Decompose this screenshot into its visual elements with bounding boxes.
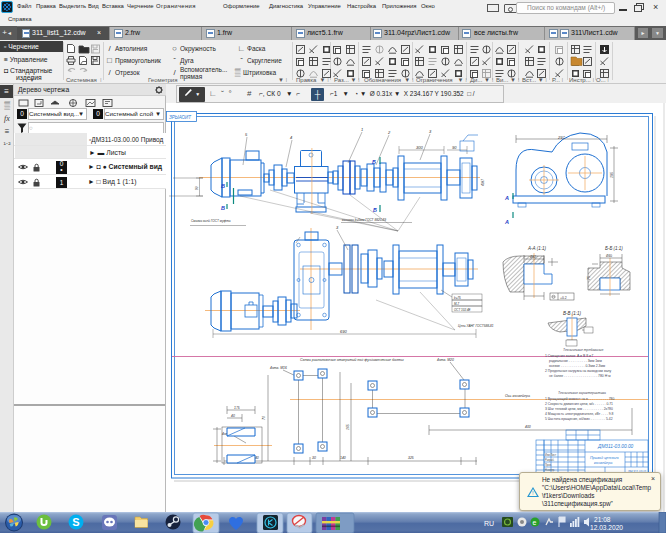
svg-text:Пров.: Пров. — [545, 463, 552, 467]
svg-text:195: 195 — [610, 172, 614, 178]
svg-text:4 Мощность электродвигателя, к: 4 Мощность электродвигателя, кВт . . . .… — [545, 412, 613, 416]
svg-text:1 Смещения валов: А и В: 1 Смещения валов: А и В 8 и Г — [545, 354, 594, 358]
svg-text:конвейера: конвейера — [594, 461, 612, 465]
svg-text:Ось конвейера: Ось конвейера — [505, 394, 530, 398]
svg-text:Смазка осей ГОСТ муфта: Смазка осей ГОСТ муфта — [191, 219, 231, 223]
svg-text:Цепь УАНГ ГОСТ588-81: Цепь УАНГ ГОСТ588-81 — [458, 324, 494, 328]
svg-text:S: S — [72, 516, 79, 528]
svg-text:e: e — [533, 519, 537, 526]
svg-text:Техническая характеристика: Техническая характеристика — [558, 391, 606, 395]
svg-text:А: А — [504, 195, 509, 201]
svg-text:12.03.2020: 12.03.2020 — [590, 524, 623, 531]
svg-text:175: 175 — [234, 406, 240, 410]
svg-text:+0.2: +0.2 — [560, 296, 567, 300]
svg-text:75: 75 — [587, 276, 591, 280]
svg-text:Б: Б — [372, 159, 376, 165]
svg-text:165: 165 — [346, 424, 350, 430]
svg-text:Б: Б — [373, 207, 377, 213]
svg-text:297: 297 — [557, 135, 565, 140]
svg-text:40h7: 40h7 — [481, 179, 485, 186]
svg-text:30: 30 — [312, 456, 316, 460]
svg-text:690: 690 — [340, 329, 347, 334]
svg-text:b=75: b=75 — [454, 296, 461, 300]
svg-text:Ø42: Ø42 — [530, 255, 536, 259]
svg-text:400: 400 — [525, 425, 531, 429]
svg-text:Н.контр.: Н.контр. — [545, 468, 555, 472]
svg-text:1: 1 — [361, 127, 363, 132]
svg-text:5 Частота вращения, об/мин . .: 5 Частота вращения, об/мин . . . . . . .… — [545, 417, 613, 421]
svg-text:2 Предельная нагрузка на выход: 2 Предельная нагрузка на выходном валу — [545, 369, 612, 373]
svg-text:3: 3 — [429, 129, 432, 134]
svg-text:4: 4 — [290, 135, 293, 140]
svg-text:70: 70 — [262, 416, 266, 420]
svg-text:3 Шаг тяговой цепи, мм . . . .: 3 Шаг тяговой цепи, мм . . . . . . . . .… — [545, 407, 613, 411]
svg-text:ЗРЫАОИТ: ЗРЫАОИТ — [169, 115, 192, 120]
svg-text:300: 300 — [416, 145, 423, 150]
svg-text:В: В — [221, 183, 225, 189]
svg-text:2 Скорость движения цепи, м/с: 2 Скорость движения цепи, м/с . . . . . … — [545, 402, 613, 406]
svg-text:В: В — [221, 205, 225, 211]
svg-text:осевое . . . . . . . . . . . .: осевое . . . . . . . . . . . . . 0.3мм 2… — [549, 364, 606, 368]
svg-text:5: 5 — [245, 132, 248, 137]
svg-text:325: 325 — [408, 456, 414, 460]
svg-text:Схема расположения отверстий п: Схема расположения отверстий под фундаме… — [300, 358, 404, 362]
svg-text:21:08: 21:08 — [594, 516, 611, 523]
svg-text:ДМ311-03.00.00: ДМ311-03.00.00 — [597, 444, 634, 449]
svg-text:А-А (1:1): А-А (1:1) — [527, 246, 547, 251]
svg-text:канавка b=5мм ГОСТ 8820-69: канавка b=5мм ГОСТ 8820-69 — [342, 218, 386, 222]
svg-text:90: 90 — [452, 145, 457, 150]
svg-text:ОСТ 102.4Е: ОСТ 102.4Е — [454, 308, 472, 312]
svg-text:Изм Лист: Изм Лист — [545, 453, 557, 457]
svg-text:А: А — [504, 219, 509, 225]
svg-text:2: 2 — [387, 130, 391, 135]
svg-text:4отв. М20: 4отв. М20 — [437, 358, 454, 362]
svg-text:не более . . . . . . . . . . .: не более . . . . . . . . . . . . . . . .… — [549, 374, 611, 378]
svg-text:Привод цепного: Привод цепного — [590, 456, 619, 460]
svg-text:3: 3 — [336, 225, 339, 230]
svg-text:Ø40: Ø40 — [606, 254, 612, 258]
svg-text:Технические требования: Технические требования — [563, 348, 603, 352]
svg-text:Разраб.: Разраб. — [545, 458, 555, 462]
svg-text:радиальное . . . . . . . . . .: радиальное . . . . . . . . . . 3мм 1мм — [549, 359, 602, 363]
svg-text:1 Вращающий момент на в. . . .: 1 Вращающий момент на в. . . . . . . . .… — [545, 397, 614, 401]
svg-text:М-Т: М-Т — [454, 302, 460, 306]
svg-text:140: 140 — [340, 456, 346, 460]
svg-text:40: 40 — [231, 414, 235, 418]
svg-text:RU: RU — [484, 520, 494, 527]
svg-text:90: 90 — [195, 186, 199, 190]
svg-text:Б-Б (1:1): Б-Б (1:1) — [605, 246, 623, 251]
svg-text:4отв. М16: 4отв. М16 — [270, 366, 287, 370]
